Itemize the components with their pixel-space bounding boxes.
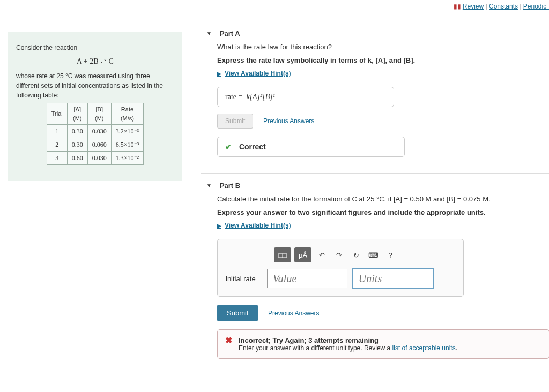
part-a-submit-button: Submit bbox=[217, 114, 253, 129]
part-b-header[interactable]: ▼ Part B bbox=[201, 174, 549, 195]
part-a-hints-link[interactable]: View Available Hint(s) bbox=[217, 70, 291, 77]
table-row: 20.300.0606.5×10⁻³ bbox=[47, 138, 143, 152]
part-b-answer-widget: □□ μÅ ↶ ↷ ↻ ⌨ ? initial rate = bbox=[217, 239, 464, 297]
feedback-body: Enter your answer with a different unit … bbox=[239, 344, 457, 352]
part-a-answer-box: rate = k[A]²[B]¹ bbox=[217, 87, 394, 107]
main-content: ▮▮ Review | Constants | Periodic Ta ▼ Pa… bbox=[190, 0, 549, 392]
part-b-feedback-incorrect: ✖ Incorrect; Try Again; 3 attempts remai… bbox=[217, 329, 549, 359]
th-b: [B](M) bbox=[87, 103, 111, 125]
feedback-title: Incorrect; Try Again; 3 attempts remaini… bbox=[239, 336, 457, 344]
part-a-title: Part A bbox=[220, 29, 240, 37]
problem-description: whose rate at 25 °C was measured using t… bbox=[16, 71, 174, 100]
collapse-icon: ▼ bbox=[206, 183, 212, 189]
problem-sidebar: Consider the reaction A + 2B ⇌ C whose r… bbox=[0, 0, 190, 392]
constants-link[interactable]: Constants bbox=[489, 3, 518, 10]
part-b-previous-answers-link[interactable]: Previous Answers bbox=[268, 310, 319, 317]
part-a-feedback-correct: Correct bbox=[217, 137, 405, 157]
part-b-hints-link[interactable]: View Available Hint(s) bbox=[217, 222, 291, 229]
part-a-question: What is the rate law for this reaction? bbox=[217, 43, 549, 51]
templates-button[interactable]: □□ bbox=[274, 247, 291, 262]
table-row: 30.600.0301.3×10⁻² bbox=[47, 152, 143, 165]
part-a-header[interactable]: ▼ Part A bbox=[201, 21, 549, 43]
th-a: [A](M) bbox=[67, 103, 87, 125]
part-a-answer: k[A]²[B]¹ bbox=[246, 93, 275, 101]
part-b: ▼ Part B Calculate the initial rate for … bbox=[201, 173, 549, 367]
part-a-instruction: Express the rate law symbolically in ter… bbox=[217, 56, 549, 64]
review-link[interactable]: Review bbox=[463, 3, 484, 10]
undo-button[interactable]: ↶ bbox=[315, 247, 329, 262]
keyboard-button[interactable]: ⌨ bbox=[366, 247, 380, 262]
reset-button[interactable]: ↻ bbox=[349, 247, 363, 262]
top-links: ▮▮ Review | Constants | Periodic Ta bbox=[201, 0, 549, 13]
book-icon: ▮▮ bbox=[454, 3, 461, 10]
concentration-table: Trial [A](M) [B](M) Rate(M/s) 10.300.030… bbox=[47, 103, 144, 165]
acceptable-units-link[interactable]: list of acceptable units bbox=[392, 344, 456, 352]
part-b-submit-button[interactable]: Submit bbox=[217, 305, 258, 321]
periodic-table-link[interactable]: Periodic Ta bbox=[523, 3, 549, 10]
initial-rate-label: initial rate = bbox=[226, 275, 262, 283]
part-a-previous-answers-link[interactable]: Previous Answers bbox=[263, 117, 314, 125]
units-input[interactable] bbox=[353, 269, 433, 288]
collapse-icon: ▼ bbox=[206, 31, 212, 36]
value-input[interactable] bbox=[267, 269, 347, 288]
units-button[interactable]: μÅ bbox=[294, 247, 311, 262]
part-b-instruction: Express your answer to two significant f… bbox=[217, 208, 549, 216]
part-b-question: Calculate the initial rate for the forma… bbox=[217, 195, 549, 203]
redo-button[interactable]: ↷ bbox=[332, 247, 346, 262]
help-button[interactable]: ? bbox=[383, 247, 397, 262]
part-b-title: Part B bbox=[220, 182, 240, 190]
part-a: ▼ Part A What is the rate law for this r… bbox=[201, 21, 549, 165]
th-rate: Rate(M/s) bbox=[111, 103, 143, 125]
problem-statement: Consider the reaction A + 2B ⇌ C whose r… bbox=[8, 32, 182, 181]
table-row: 10.300.0303.2×10⁻³ bbox=[47, 125, 143, 138]
answer-toolbar: □□ μÅ ↶ ↷ ↻ ⌨ ? bbox=[274, 247, 455, 262]
incorrect-icon: ✖ bbox=[225, 336, 232, 352]
th-trial: Trial bbox=[47, 103, 67, 125]
reaction-equation: A + 2B ⇌ C bbox=[16, 56, 174, 67]
intro-text: Consider the reaction bbox=[16, 43, 174, 52]
